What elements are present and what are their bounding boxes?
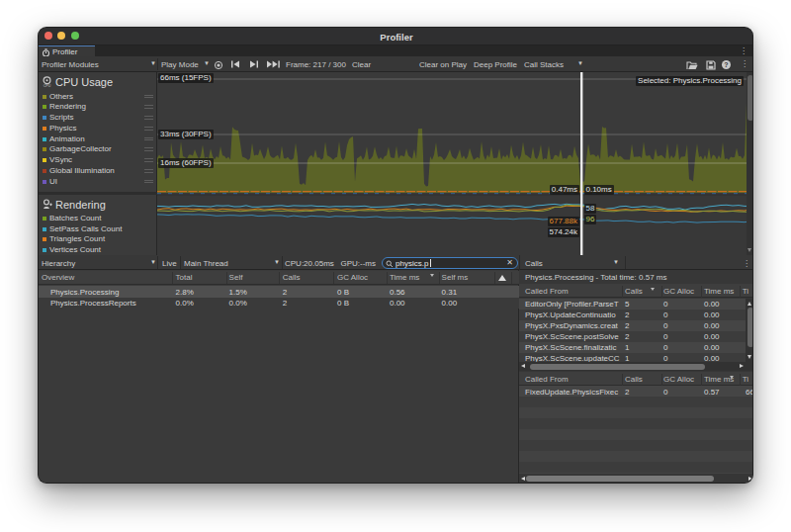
svg-text:CPU: CPU: [44, 84, 51, 87]
